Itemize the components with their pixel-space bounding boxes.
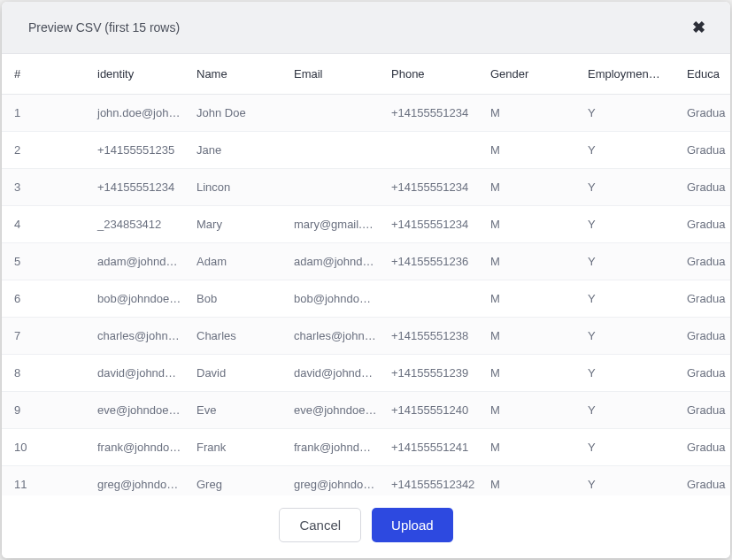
cell-identity: +14155551234 [90, 169, 189, 206]
cell-email: charles@john… [287, 318, 384, 355]
cell-identity: greg@johndo… [90, 466, 189, 496]
col-name: Name [189, 54, 287, 95]
cell-phone: +14155551236 [384, 243, 483, 280]
cell-employment: Y [581, 95, 680, 132]
cell-num: 2 [2, 132, 90, 169]
cell-education: Gradua [680, 280, 730, 318]
cell-phone: +14155551239 [384, 355, 483, 392]
cell-email: greg@johndo… [287, 466, 384, 496]
cell-phone [384, 132, 483, 169]
cell-education: Gradua [680, 132, 730, 169]
cell-employment: Y [581, 466, 680, 496]
cell-education: Gradua [680, 318, 730, 355]
cell-phone: +14155551241 [384, 429, 483, 466]
cell-num: 6 [2, 280, 90, 318]
col-email: Email [287, 54, 384, 95]
cell-gender: M [483, 355, 581, 392]
cell-email: mary@gmail.c… [287, 206, 384, 243]
cell-education: Gradua [680, 243, 730, 280]
cell-employment: Y [581, 392, 680, 429]
cell-gender: M [483, 169, 581, 206]
cell-name: Mary [189, 206, 287, 243]
cell-name: Jane [189, 132, 287, 169]
cancel-button[interactable]: Cancel [279, 508, 361, 542]
cell-education: Gradua [680, 169, 730, 206]
cell-name: Eve [189, 392, 287, 429]
cell-education: Gradua [680, 429, 730, 466]
table-row: 6bob@johndoe…Bobbob@johndoe…MYGradua [2, 280, 730, 318]
cell-employment: Y [581, 206, 680, 243]
modal-header: Preview CSV (first 15 rows) ✖ [2, 2, 730, 54]
cell-identity: charles@john… [90, 318, 189, 355]
cell-phone [384, 280, 483, 318]
table-row: 4_234853412Marymary@gmail.c…+14155551234… [2, 206, 730, 243]
cell-gender: M [483, 466, 581, 496]
col-employment: Employmen… [581, 54, 680, 95]
table-row: 5adam@johnd…Adamadam@johnd…+14155551236M… [2, 243, 730, 280]
cell-phone: +14155551238 [384, 318, 483, 355]
csv-preview-modal: Preview CSV (first 15 rows) ✖ # identity… [2, 2, 730, 558]
cell-num: 9 [2, 392, 90, 429]
cell-gender: M [483, 392, 581, 429]
cell-employment: Y [581, 169, 680, 206]
cell-phone: +141555512342 [384, 466, 483, 496]
col-num: # [2, 54, 90, 95]
cell-num: 10 [2, 429, 90, 466]
cell-phone: +14155551234 [384, 206, 483, 243]
table-wrapper: # identity Name Email Phone Gender Emplo… [2, 54, 730, 495]
table-row: 8david@johndo…Daviddavid@johndo…+1415555… [2, 355, 730, 392]
csv-preview-table: # identity Name Email Phone Gender Emplo… [2, 54, 730, 495]
table-row: 2+14155551235JaneMYGradua [2, 132, 730, 169]
cell-gender: M [483, 318, 581, 355]
cell-num: 1 [2, 95, 90, 132]
table-row: 7charles@john…Charlescharles@john…+14155… [2, 318, 730, 355]
table-header-row: # identity Name Email Phone Gender Emplo… [2, 54, 730, 95]
cell-email: frank@johndo… [287, 429, 384, 466]
cell-email: bob@johndoe… [287, 280, 384, 318]
cell-gender: M [483, 280, 581, 318]
cell-phone: +14155551240 [384, 392, 483, 429]
table-row: 10frank@johndo…Frankfrank@johndo…+141555… [2, 429, 730, 466]
cell-employment: Y [581, 280, 680, 318]
cell-education: Gradua [680, 392, 730, 429]
cell-num: 11 [2, 466, 90, 496]
cell-phone: +14155551234 [384, 95, 483, 132]
cell-employment: Y [581, 429, 680, 466]
cell-name: Lincon [189, 169, 287, 206]
table-row: 9eve@johndoe.…Eveeve@johndoe.…+141555512… [2, 392, 730, 429]
cell-gender: M [483, 206, 581, 243]
cell-name: Bob [189, 280, 287, 318]
cell-name: Frank [189, 429, 287, 466]
cell-gender: M [483, 95, 581, 132]
cell-name: Greg [189, 466, 287, 496]
col-gender: Gender [483, 54, 581, 95]
cell-employment: Y [581, 243, 680, 280]
cell-education: Gradua [680, 466, 730, 496]
cell-employment: Y [581, 355, 680, 392]
cell-email [287, 169, 384, 206]
cell-email [287, 132, 384, 169]
cell-email: adam@johnd… [287, 243, 384, 280]
cell-identity: david@johndo… [90, 355, 189, 392]
upload-button[interactable]: Upload [372, 508, 453, 542]
cell-gender: M [483, 132, 581, 169]
cell-education: Gradua [680, 355, 730, 392]
cell-num: 5 [2, 243, 90, 280]
cell-num: 4 [2, 206, 90, 243]
cell-education: Gradua [680, 206, 730, 243]
cell-num: 8 [2, 355, 90, 392]
cell-education: Gradua [680, 95, 730, 132]
modal-title: Preview CSV (first 15 rows) [28, 20, 180, 35]
cell-name: Adam [189, 243, 287, 280]
cell-employment: Y [581, 132, 680, 169]
cell-email: eve@johndoe.… [287, 392, 384, 429]
col-education: Educa [680, 54, 730, 95]
cell-identity: +14155551235 [90, 132, 189, 169]
cell-identity: john.doe@joh… [90, 95, 189, 132]
cell-identity: frank@johndo… [90, 429, 189, 466]
col-phone: Phone [384, 54, 483, 95]
cell-phone: +14155551234 [384, 169, 483, 206]
cell-gender: M [483, 243, 581, 280]
close-icon[interactable]: ✖ [685, 14, 713, 41]
cell-identity: adam@johnd… [90, 243, 189, 280]
